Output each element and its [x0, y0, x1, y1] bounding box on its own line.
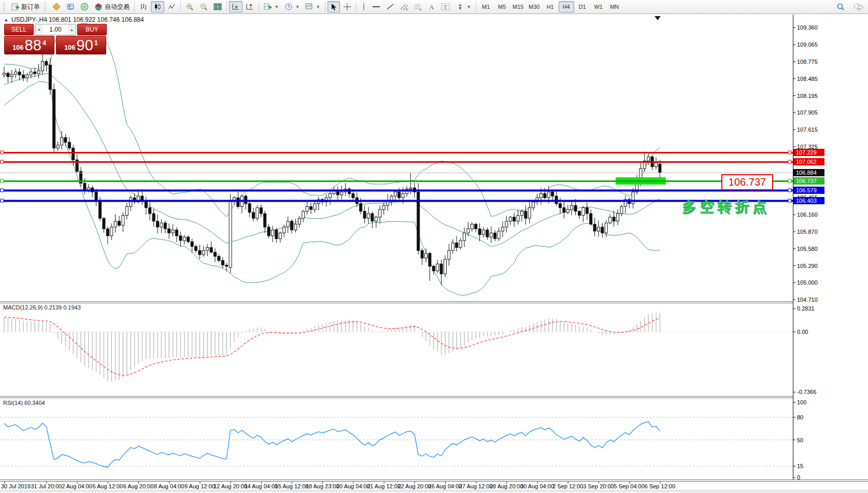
search-button[interactable]: [834, 1, 847, 12]
search-icon: [836, 3, 845, 11]
svg-text:109.360: 109.360: [797, 24, 818, 31]
volume-decrease-button[interactable]: ▼: [35, 24, 43, 35]
channel-icon: E: [400, 3, 408, 11]
text-icon: A: [428, 3, 435, 11]
volume-input[interactable]: 1.00: [43, 26, 68, 33]
symbol-ohlc-text: USDJPY-,H4 106.801 106.922 106.746 106.8…: [11, 16, 144, 23]
line-chart-icon: [167, 3, 176, 11]
chat-icon: [853, 3, 863, 11]
svg-text:15: 15: [797, 463, 803, 469]
bar-chart-icon: [139, 3, 148, 11]
trendline-icon: [386, 3, 394, 11]
horizontal-line-button[interactable]: [369, 1, 383, 12]
svg-text:106.884: 106.884: [796, 170, 817, 176]
timeframe-m30-button[interactable]: M30: [527, 1, 542, 12]
tile-windows-icon: [214, 3, 222, 11]
chart-canvas[interactable]: MACD(12,26,9) 0.2139 0.1943 RSI(14) 60.3…: [0, 14, 868, 493]
volume-stepper: ▼ 1.00 ▲: [35, 24, 76, 35]
svg-text:5 Aug 12:00: 5 Aug 12:00: [92, 483, 123, 489]
svg-text:107.062: 107.062: [796, 159, 817, 165]
arrows-icon: [456, 3, 464, 11]
svg-text:108.195: 108.195: [797, 93, 818, 99]
timeframe-m15-button[interactable]: M15: [510, 1, 526, 12]
svg-text:108.485: 108.485: [797, 76, 818, 82]
collapse-triangle-icon[interactable]: ▲: [4, 18, 8, 22]
svg-text:106.160: 106.160: [797, 212, 818, 218]
clock-icon: [284, 3, 293, 11]
timeframe-m1-button[interactable]: M1: [478, 1, 494, 12]
auto-scroll-button[interactable]: [229, 1, 243, 12]
trendline-button[interactable]: [383, 1, 397, 12]
bar-chart-button[interactable]: [137, 1, 150, 12]
svg-text:MACD(12,26,9) 0.2139 0.1943: MACD(12,26,9) 0.2139 0.1943: [3, 304, 81, 311]
buy-button[interactable]: BUY: [77, 24, 107, 35]
indicators-button[interactable]: ▼: [261, 1, 281, 12]
svg-text:100: 100: [797, 399, 806, 405]
chat-button[interactable]: [850, 1, 866, 12]
timeframe-h1-button[interactable]: H1: [543, 1, 558, 12]
cursor-button[interactable]: [328, 1, 340, 12]
templates-icon: [305, 3, 314, 11]
buy-price-pips: 90: [77, 38, 93, 53]
svg-text:18 Aug 23:00: 18 Aug 23:00: [306, 483, 339, 489]
zoom-out-button[interactable]: [197, 1, 210, 12]
tile-windows-button[interactable]: [211, 1, 224, 12]
vertical-line-button[interactable]: [359, 1, 369, 12]
new-order-button[interactable]: 新订单: [9, 1, 42, 12]
zoom-in-button[interactable]: [183, 1, 196, 12]
text-button[interactable]: A: [425, 1, 438, 12]
channel-button[interactable]: E: [397, 1, 411, 12]
toolbar-separator: [325, 2, 325, 12]
svg-text:20 Aug 04:00: 20 Aug 04:00: [336, 483, 370, 489]
buy-price-display[interactable]: 106 90 1: [56, 36, 106, 54]
fibonacci-button[interactable]: F: [411, 1, 425, 12]
price-level-callout[interactable]: 106.737: [721, 174, 773, 190]
line-chart-button[interactable]: [165, 1, 178, 12]
chart-shift-button[interactable]: [243, 1, 257, 12]
svg-text:50: 50: [797, 437, 803, 443]
timeframe-m5-button[interactable]: M5: [494, 1, 510, 12]
volume-increase-button[interactable]: ▲: [68, 24, 76, 35]
arrows-button[interactable]: ▼: [453, 1, 474, 12]
signals-button[interactable]: [78, 1, 91, 12]
toolbar-grip: [45, 2, 48, 11]
candlestick-chart-button[interactable]: [151, 1, 164, 12]
svg-text:2 Aug 04:00: 2 Aug 04:00: [62, 483, 92, 489]
chevron-down-icon: ▼: [467, 5, 471, 9]
text-label-icon: T: [441, 3, 450, 11]
svg-text:9 Aug 12:00: 9 Aug 12:00: [184, 483, 215, 489]
toolbar-separator: [259, 2, 259, 12]
toolbar-separator: [134, 2, 135, 12]
text-label-button[interactable]: T: [438, 1, 453, 12]
svg-text:15 Aug 12:00: 15 Aug 12:00: [275, 483, 309, 489]
svg-text:30 Aug 04:00: 30 Aug 04:00: [520, 483, 554, 489]
svg-text:106.403: 106.403: [796, 198, 817, 204]
terminal-button[interactable]: [64, 1, 77, 12]
price-axis[interactable]: 109.360109.065108.775108.485108.195107.9…: [793, 15, 868, 481]
sell-price-display[interactable]: 106 88 4: [4, 36, 54, 54]
timeframe-mn-button[interactable]: MN: [607, 1, 622, 12]
sell-button[interactable]: SELL: [4, 24, 34, 35]
crosshair-button[interactable]: [340, 1, 354, 12]
timeframe-d1-button[interactable]: D1: [575, 1, 590, 12]
templates-button[interactable]: ▼: [303, 1, 323, 12]
svg-text:21 Aug 12:00: 21 Aug 12:00: [367, 483, 401, 489]
time-axis[interactable]: 30 Jul 201931 Jul 20:002 Aug 04:005 Aug …: [1, 482, 675, 489]
sell-price-pips: 88: [25, 38, 41, 53]
chart-shift-icon: [246, 3, 254, 11]
autotrading-icon: [94, 3, 103, 11]
periods-button[interactable]: ▼: [282, 1, 302, 12]
svg-text:0.2831: 0.2831: [797, 305, 815, 312]
timeframe-h4-button[interactable]: H4: [559, 1, 574, 12]
timeframe-w1-button[interactable]: W1: [591, 1, 606, 12]
svg-text:RSI(14) 60.3404: RSI(14) 60.3404: [3, 400, 45, 406]
svg-text:31 Jul 20:00: 31 Jul 20:00: [31, 483, 62, 489]
terminal-icon: [66, 3, 75, 11]
svg-text:105.000: 105.000: [797, 279, 818, 286]
autotrading-button[interactable]: 自动交易: [92, 1, 132, 12]
chart-wizard-button[interactable]: [50, 1, 63, 12]
wizard-icon: [52, 3, 61, 11]
svg-text:107.905: 107.905: [797, 109, 818, 116]
svg-text:0.00: 0.00: [797, 329, 808, 335]
svg-text:6 Sep 12:00: 6 Sep 12:00: [645, 483, 675, 489]
